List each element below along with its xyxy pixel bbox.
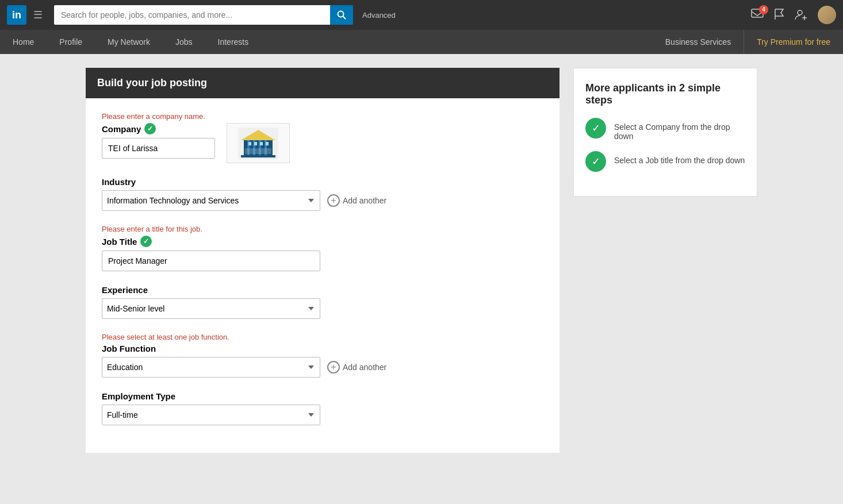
sidebar-title: More applicants in 2 simple steps (585, 82, 745, 106)
industry-label: Industry (102, 177, 543, 187)
sidebar-item-jobs[interactable]: Jobs (163, 30, 205, 54)
company-check-icon: ✓ (144, 123, 156, 134)
company-label: Company ✓ (102, 123, 215, 134)
job-function-select-row: Education Engineering Finance Human Reso… (102, 357, 543, 378)
step-1-check-icon: ✓ (585, 118, 606, 138)
industry-section: Industry Information Technology and Serv… (102, 177, 543, 211)
experience-select[interactable]: Internship Entry level Associate Mid-Sen… (102, 298, 320, 319)
company-row: Company ✓ (102, 123, 543, 163)
company-section: Please enter a company name. Company ✓ (102, 112, 543, 163)
add-circle-icon-2: + (327, 361, 340, 374)
navbar: Home Profile My Network Jobs Interests B… (0, 30, 843, 54)
job-function-section: Please select at least one job function.… (102, 333, 543, 378)
notification-badge: 4 (759, 5, 768, 14)
add-circle-icon: + (327, 194, 340, 207)
job-function-select[interactable]: Education Engineering Finance Human Reso… (102, 357, 320, 378)
svg-rect-13 (245, 148, 271, 154)
job-function-error: Please select at least one job function. (102, 333, 543, 341)
job-title-input[interactable] (102, 251, 320, 271)
svg-rect-19 (266, 142, 269, 145)
job-title-label: Job Title ✓ (102, 236, 543, 247)
job-function-label: Job Function (102, 344, 543, 353)
topbar-icons: 4 (751, 6, 836, 24)
avatar-image (818, 6, 836, 24)
form-body: Please enter a company name. Company ✓ (86, 98, 560, 453)
sidebar-step-1: ✓ Select a Company from the drop down (585, 118, 745, 141)
company-logo-svg (238, 128, 278, 159)
sidebar-step-2: ✓ Select a Job title from the drop down (585, 151, 745, 172)
employment-type-label: Employment Type (102, 391, 543, 401)
svg-line-1 (343, 17, 346, 20)
svg-rect-16 (248, 142, 251, 145)
topbar: in ☰ Advanced 4 (0, 0, 843, 30)
menu-icon[interactable]: ☰ (31, 9, 45, 21)
employment-type-select[interactable]: Full-time Part-time Contract Temporary V… (102, 405, 320, 425)
add-another-label-2: Add another (343, 363, 386, 372)
svg-point-0 (338, 11, 344, 17)
step-1-text: Select a Company from the drop down (614, 118, 745, 141)
add-connection-icon (795, 9, 807, 20)
form-title: Build your job posting (97, 77, 207, 89)
search-input[interactable] (54, 5, 330, 25)
industry-select[interactable]: Information Technology and Services Educ… (102, 190, 320, 211)
svg-rect-15 (241, 155, 275, 157)
page-content: Build your job posting Please enter a co… (76, 68, 767, 453)
experience-section: Experience Internship Entry level Associ… (102, 285, 543, 319)
add-another-label: Add another (343, 196, 386, 205)
svg-point-14 (256, 132, 260, 137)
step-2-text: Select a Job title from the drop down (614, 151, 745, 165)
search-bar (54, 5, 353, 25)
sidebar-item-home[interactable]: Home (0, 30, 47, 54)
svg-rect-17 (254, 142, 257, 145)
sidebar-item-interests[interactable]: Interests (205, 30, 262, 54)
svg-point-3 (798, 10, 802, 15)
job-title-section: Please enter a title for this job. Job T… (102, 225, 543, 271)
try-premium-link[interactable]: Try Premium for free (744, 30, 843, 54)
form-header: Build your job posting (86, 68, 560, 98)
company-logo (235, 126, 281, 160)
linkedin-logo[interactable]: in (7, 5, 26, 25)
messages-icon-wrap[interactable]: 4 (751, 9, 764, 22)
experience-label: Experience (102, 285, 543, 295)
search-button[interactable] (330, 5, 353, 25)
sidebar-item-profile[interactable]: Profile (47, 30, 95, 54)
employment-type-section: Employment Type Full-time Part-time Cont… (102, 391, 543, 425)
company-input-group: Company ✓ (102, 123, 215, 159)
company-logo-box (227, 123, 290, 163)
company-error: Please enter a company name. (102, 112, 543, 121)
industry-add-another-button[interactable]: + Add another (327, 194, 386, 207)
step-2-check-icon: ✓ (585, 151, 606, 172)
avatar[interactable] (818, 6, 836, 24)
flag-icon (774, 8, 784, 21)
company-input[interactable] (102, 138, 215, 159)
advanced-search-link[interactable]: Advanced (362, 11, 396, 20)
job-title-error: Please enter a title for this job. (102, 225, 543, 233)
industry-select-row: Information Technology and Services Educ… (102, 190, 543, 211)
job-title-check-icon: ✓ (140, 236, 152, 247)
flag-icon-wrap[interactable] (774, 8, 784, 22)
add-connection-icon-wrap[interactable] (795, 9, 807, 22)
search-icon (337, 10, 346, 20)
sidebar-item-business-services[interactable]: Business Services (653, 30, 744, 54)
svg-rect-18 (260, 142, 263, 145)
form-card: Build your job posting Please enter a co… (86, 68, 560, 453)
sidebar-item-my-network[interactable]: My Network (95, 30, 163, 54)
sidebar-card: More applicants in 2 simple steps ✓ Sele… (573, 68, 757, 197)
job-function-add-another-button[interactable]: + Add another (327, 361, 386, 374)
